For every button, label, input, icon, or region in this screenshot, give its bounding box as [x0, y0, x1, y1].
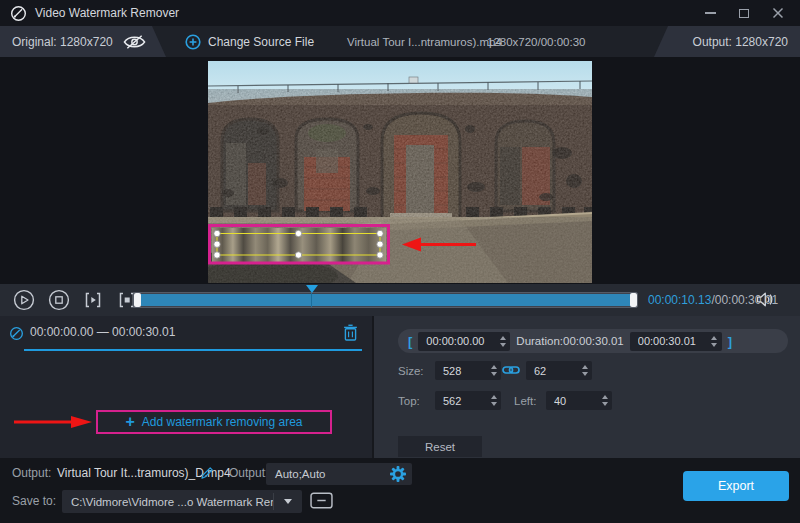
left-label: Left:: [514, 395, 536, 407]
stepper-up-icon: [500, 336, 506, 340]
output-format-value: Auto;Auto: [275, 468, 390, 480]
handle-top-left[interactable]: [214, 230, 220, 236]
link-dimensions-icon[interactable]: [502, 364, 520, 376]
top-stepper[interactable]: [490, 395, 501, 406]
close-icon: [772, 7, 784, 19]
stepper-down-icon: [491, 402, 497, 406]
end-time-field[interactable]: [630, 332, 722, 351]
play-icon: [13, 289, 35, 311]
save-to-label: Save to:: [12, 494, 56, 508]
left-stepper[interactable]: [601, 395, 612, 406]
bracket-close-button[interactable]: ]: [728, 334, 732, 349]
original-resolution-tab: Original: 1280x720: [0, 26, 166, 57]
plus-icon: +: [125, 414, 134, 430]
play-button[interactable]: [13, 289, 35, 311]
frame-forward-button[interactable]: [82, 289, 104, 311]
original-resolution-label: Original: 1280x720: [12, 35, 113, 49]
handle-mid-left[interactable]: [214, 241, 220, 247]
stepper-up-icon: [711, 336, 717, 340]
playhead-marker[interactable]: [306, 285, 318, 293]
app-logo-icon: [10, 5, 27, 22]
left-input[interactable]: [546, 395, 601, 407]
time-range-control: [ Duration:00:00:30.01 ]: [398, 329, 788, 353]
watermark-track-item[interactable]: 00:00:00.00 — 00:00:30.01: [0, 320, 372, 352]
output-name-label: Output:: [12, 466, 51, 480]
end-time-input[interactable]: [630, 335, 710, 347]
size-width-field[interactable]: [435, 361, 501, 380]
stepper-down-icon: [500, 343, 506, 347]
preview-toggle-eye-icon[interactable]: [123, 34, 146, 50]
output-format-label: Output:: [229, 466, 268, 480]
output-resolution-tab: Output: 1280x720: [654, 26, 800, 57]
watermark-list-panel: 00:00:00.00 — 00:00:30.01 + Add watermar…: [0, 316, 372, 458]
chevron-down-icon: [284, 499, 292, 504]
speaker-icon: [756, 292, 775, 307]
duration-label: Duration:00:00:30.01: [516, 335, 623, 347]
change-source-file-button[interactable]: Change Source File: [185, 26, 314, 57]
pencil-icon: [200, 466, 214, 480]
loaded-filename: Virtual Tour I...ntramuros).mp4: [347, 26, 502, 57]
reset-button[interactable]: Reset: [398, 436, 482, 457]
app-window: Video Watermark Remover Original: 1280x7…: [0, 0, 800, 523]
add-watermark-area-button[interactable]: + Add watermark removing area: [96, 410, 332, 434]
save-path-value: C:\Vidmore\Vidmore ...o Watermark Remove…: [62, 496, 273, 508]
trim-handle-left[interactable]: [134, 293, 141, 307]
start-time-stepper[interactable]: [499, 336, 511, 347]
browse-folder-button[interactable]: [310, 492, 334, 511]
maximize-button[interactable]: [738, 7, 750, 19]
stepper-up-icon: [582, 365, 588, 369]
gear-icon[interactable]: [390, 466, 406, 482]
size-label: Size:: [398, 365, 424, 377]
player-controls: 00:00:10.13/00:00:30.01: [0, 284, 800, 316]
start-time-field[interactable]: [418, 332, 510, 351]
minimize-icon: [705, 12, 716, 14]
save-path-dropdown-button[interactable]: [274, 499, 302, 504]
handle-top-right[interactable]: [377, 230, 383, 236]
app-title: Video Watermark Remover: [35, 6, 179, 20]
volume-button[interactable]: [756, 292, 776, 308]
video-frame: [208, 61, 592, 283]
timeline-slider[interactable]: [133, 292, 638, 308]
watermark-item-icon: [9, 326, 24, 341]
footer-bar: Output: Virtual Tour It...tramuros)_D.mp…: [0, 458, 800, 523]
delete-watermark-button[interactable]: [343, 324, 359, 341]
current-time: 00:00:10.13: [648, 293, 711, 307]
export-button[interactable]: Export: [683, 471, 789, 501]
bracket-open-button[interactable]: [: [408, 334, 412, 349]
stepper-up-icon: [491, 395, 497, 399]
properties-panel: [ Duration:00:00:30.01 ] Size:: [372, 316, 800, 458]
handle-bottom-right[interactable]: [377, 252, 383, 258]
size-width-input[interactable]: [435, 365, 490, 377]
playhead-line: [311, 293, 312, 307]
top-field[interactable]: [435, 391, 501, 410]
minimize-button[interactable]: [704, 7, 716, 19]
save-path-select[interactable]: C:\Vidmore\Vidmore ...o Watermark Remove…: [62, 490, 302, 513]
annotation-arrow-add-button: [14, 415, 94, 429]
top-label: Top:: [398, 395, 420, 407]
left-field[interactable]: [546, 391, 612, 410]
plus-circle-icon: [185, 34, 201, 50]
stepper-up-icon: [491, 365, 497, 369]
handle-bottom-left[interactable]: [214, 252, 220, 258]
folder-icon: [310, 492, 333, 509]
toolbar: Original: 1280x720 Change Source File Vi…: [0, 26, 800, 57]
watermark-item-time-range: 00:00:00.00 — 00:00:30.01: [30, 325, 175, 339]
output-format-select[interactable]: Auto;Auto: [266, 463, 412, 485]
frame-play-icon: [82, 289, 104, 311]
size-width-stepper[interactable]: [490, 365, 501, 376]
handle-mid-right[interactable]: [377, 241, 383, 247]
trim-handle-right[interactable]: [630, 293, 637, 307]
size-height-stepper[interactable]: [581, 365, 592, 376]
size-height-field[interactable]: [526, 361, 592, 380]
track-selected-underline: [24, 349, 362, 351]
rename-output-button[interactable]: [200, 466, 214, 480]
timeline-progress: [140, 294, 631, 306]
size-height-input[interactable]: [526, 365, 581, 377]
top-input[interactable]: [435, 395, 490, 407]
start-time-input[interactable]: [418, 335, 498, 347]
close-button[interactable]: [772, 7, 784, 19]
handle-top-center[interactable]: [295, 230, 301, 236]
end-time-stepper[interactable]: [710, 336, 722, 347]
handle-bottom-center[interactable]: [295, 252, 301, 258]
stop-button[interactable]: [48, 289, 70, 311]
